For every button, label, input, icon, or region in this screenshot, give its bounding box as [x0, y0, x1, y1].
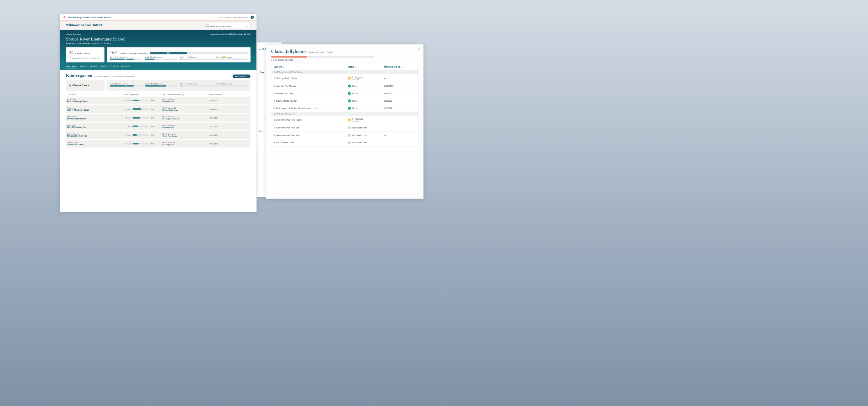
status-icon: [348, 126, 351, 129]
lesson-row[interactable]: 5. Performance Task: Let's Practice and …: [271, 105, 418, 112]
col-last[interactable]: Last Lesson Marked Done: [162, 93, 182, 95]
info-icon[interactable]: ?: [182, 94, 184, 95]
marked-done-date: 8/23/2022: [384, 92, 416, 95]
monitor-title: Monitor Lesson Progress: [227, 55, 249, 57]
lesson-table-header: Lessons ? Status ? Marked done on ?: [271, 64, 418, 70]
col-lessons: Lessons: [274, 66, 282, 68]
completion-bar: [133, 143, 149, 144]
breadcrumb-back[interactable]: < Leader Dashboard: [66, 33, 81, 35]
info-icon[interactable]: ?: [401, 66, 403, 68]
info-icon[interactable]: ?: [137, 94, 139, 95]
status-label: Not Started Yet: [352, 134, 367, 136]
status-label: Done: [352, 99, 358, 102]
completion-of: 10 of 20: [123, 108, 131, 110]
tab-grade-3[interactable]: Grade 3: [100, 65, 107, 68]
lessons-count: 167: [110, 50, 117, 56]
grade-units-card: Unit 1 · 87 of 115 Lessons 75% Unit 2 · …: [107, 80, 250, 91]
classes-label: Classes Created: [75, 52, 90, 55]
marked-date: 10/8/2022: [209, 108, 247, 110]
classes-pending-count: 2 classes: [70, 57, 78, 59]
district-band: Wildwood School District School Spruce R…: [60, 21, 256, 30]
status-icon: [348, 134, 351, 137]
info-icon[interactable]: ?: [74, 94, 76, 95]
lesson-row[interactable]: 6. Sometimes We Feel Happy ◐ In Progress…: [271, 116, 418, 124]
sort-caret-icon[interactable]: ▾: [67, 94, 67, 95]
tab-grade-1[interactable]: Grade 1: [80, 65, 87, 68]
status-icon: ◐: [348, 77, 351, 80]
nav-leader-dashboard[interactable]: Leader Dashboard: [233, 16, 248, 18]
updated-timestamp: Lessons last updated at 12:56 AM on Octo…: [210, 33, 251, 35]
grade-meta: · 26% Complete · 43 of 160 Lessons Marke…: [94, 75, 135, 77]
tab-grade-2[interactable]: Grade 2: [90, 65, 97, 68]
table-row[interactable]: Anders, Alex Alex K Afternoon Group 10 o…: [66, 105, 250, 113]
lesson-row[interactable]: 4. Practice Makes Better ✓ Done 9/1/2022: [271, 97, 418, 104]
marked-done-date: —: [384, 77, 416, 79]
lesson-row[interactable]: 3. Mistakes are Okay! ✓ Done 8/23/2022: [271, 90, 418, 97]
info-icon[interactable]: ?: [355, 66, 356, 68]
lesson-row[interactable]: 2. Why We Pay Attention ✓ Done 8/10/2022: [271, 82, 418, 89]
col-classes[interactable]: Classes: [68, 94, 74, 95]
lesson-row[interactable]: 8. Sometimes We Feel Mad Not Started Yet…: [271, 132, 418, 139]
brand-logo-icon: S: [63, 16, 66, 19]
completion-of: 7 of 20: [123, 125, 131, 127]
completion-of: 7 of 20: [123, 143, 131, 144]
class-name: Mary B Strawberries: [67, 126, 123, 128]
unit-title: Unit 1 · 87 of 115 Lessons: [110, 56, 142, 58]
chevron-right-icon: ›: [248, 116, 249, 119]
lesson-name: 3. Mistakes are Okay!: [274, 92, 348, 95]
table-row[interactable]: Davidson, Judy Davidson Kinders 7 of 20 …: [66, 140, 250, 148]
pending-link[interactable]: 5 accounts pending >: [94, 42, 111, 45]
chevron-right-icon: ›: [248, 134, 249, 136]
unit-progress: Unit 1 · 87 of 115 Lessons 75%: [110, 56, 142, 60]
school-select[interactable]: School Spruce River Elementary School ⌄: [204, 23, 250, 28]
tab-grade-4[interactable]: Grade 4: [111, 65, 118, 68]
warning-dot-icon: [92, 43, 93, 44]
lesson-name: 8. Sometimes We Feel Mad: [274, 134, 348, 136]
info-icon[interactable]: ?: [283, 66, 285, 68]
unit-title: Unit 4 · 0 of 115 Lessons: [216, 83, 248, 85]
table-row[interactable]: Bealy, Mary Mary B Strawberries 7 of 20 …: [66, 123, 250, 130]
nav-my-programs[interactable]: My Programs: [220, 16, 230, 18]
user-avatar-icon[interactable]: [251, 16, 254, 19]
grade-classes-label: Classes Created: [72, 84, 91, 87]
completion-bar: [133, 125, 149, 127]
status-date: 9/28/2022: [352, 120, 363, 122]
last-lesson-title: Feeling Calm: [162, 144, 209, 146]
last-lesson-title: Feeling Calm: [162, 100, 209, 103]
completion-pct: 25%: [151, 134, 154, 136]
unit-pct: 3%: [213, 59, 215, 60]
status-icon: ✓: [348, 84, 351, 87]
marked-date: 10/5/2022: [209, 99, 247, 102]
unit-pct: 30%: [159, 59, 162, 60]
completion-pct: 50%: [151, 108, 154, 110]
table-row[interactable]: Anders, Alex Alex K Morning Group 8 of 2…: [66, 97, 250, 105]
lesson-row[interactable]: 7. Sometimes We Feel Sad Not Started Yet…: [271, 124, 418, 132]
marked-done-date: —: [384, 142, 416, 144]
school-heading: Spruce River Elementary School: [66, 36, 250, 42]
marked-done-date: —: [384, 127, 416, 129]
status-label: Done: [352, 92, 358, 95]
col-completion[interactable]: Lesson Completion: [123, 93, 137, 95]
tab-grade-5[interactable]: Grade 5: [121, 65, 129, 68]
lesson-row[interactable]: 9. We Can Feel Calm Not Started Yet —: [271, 139, 418, 146]
table-row[interactable]: Dilberg, Candice Ms. Candice K Group 5 o…: [66, 131, 250, 139]
class-detail-modal: ✕ Class: Jellybeans Anthony Coraliss · G…: [266, 44, 424, 199]
class-progress-text: 7 of 20 lessons complete: [271, 59, 418, 61]
hero-section: < Leader Dashboard Lessons last updated …: [60, 30, 256, 70]
teachers-count: 40 teachers: [66, 42, 75, 45]
tab-kindergarten[interactable]: Kindergarten: [66, 65, 77, 68]
completion-of: 9 of 20: [123, 117, 131, 119]
unit-progress: Unit 1 · 87 of 115 Lessons 75%: [110, 83, 142, 87]
export-report-button[interactable]: Export Report ⌄: [232, 75, 250, 78]
report-window: S Second Step Lesson Completion Report M…: [60, 14, 256, 212]
unit-pct: 3%: [214, 85, 216, 87]
col-status: Status: [348, 66, 354, 68]
completion-bar: [133, 134, 149, 136]
unit-progress: Unit 2 · 35 of 115 Lessons 30%: [145, 56, 177, 60]
table-row[interactable]: Bealy, Mary Mary B Watermelons 9 of 20 4…: [66, 114, 250, 122]
status-icon: ✓: [348, 92, 351, 95]
lesson-row[interactable]: 1. Starting Middle School ◐ In Progress …: [271, 74, 418, 82]
close-icon[interactable]: ✕: [418, 48, 420, 51]
status-label: In Progress: [352, 76, 363, 78]
col-marked[interactable]: Marked Done On: [209, 93, 222, 95]
